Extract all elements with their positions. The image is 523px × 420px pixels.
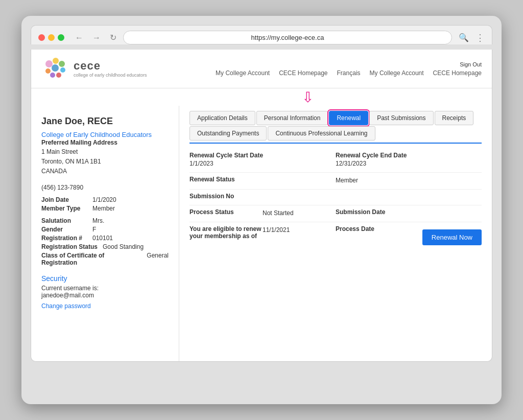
class-value: General [147,252,169,259]
registration-value: 010101 [92,235,113,242]
cece-text-logo: cece college of early childhood educator… [74,59,147,79]
submission-no-value-cell [336,193,482,200]
nav-my-college-account[interactable]: My College Account [216,69,270,77]
registration-label: Registration # [41,235,87,242]
sign-out-link[interactable]: Sign Out [460,61,482,67]
join-date-value: 1/1/2020 [92,196,116,203]
cycle-start-cell: Renewal Cycle Start Date 1/1/2023 [189,152,336,167]
eligible-label-cell: You are eligible to renew your membershi… [189,225,263,240]
address-label: Preferred Mailing Address [41,139,169,146]
process-status-value-cell: Not Started [263,208,336,217]
renewal-status-value: Member [336,177,482,184]
process-date-cell: Process Date [336,225,409,232]
member-type-label: Member Type [41,205,87,212]
sidebar: Jane Doe, RECE College of Early Childhoo… [31,106,179,361]
address-line3: CANADA [41,168,67,175]
url-text: https://my.college-ece.ca [251,34,324,41]
traffic-lights [38,34,64,41]
nav-my-college-account-2[interactable]: My College Account [370,69,424,77]
nav-francais[interactable]: Français [337,69,361,77]
nav-cece-homepage[interactable]: CECE Homepage [279,69,327,77]
cycle-start-value: 1/1/2023 [189,160,336,167]
svg-point-6 [45,68,51,74]
member-type-value: Member [92,205,115,212]
username-value: janedoe@mail.com [41,292,94,299]
tab-cpl[interactable]: Continuous Professional Learning [268,126,375,141]
cece-tagline: college of early childhood educators [74,73,147,79]
eligible-value-cell: 11/1/2021 [263,225,336,234]
main-layout: Jane Doe, RECE College of Early Childhoo… [31,106,492,361]
renewal-status-cell: Renewal Status [189,176,336,184]
svg-point-5 [50,73,55,78]
back-button[interactable]: ← [73,32,86,43]
security-text: Current username is: janedoe@mail.com [41,285,169,299]
tab-receipts[interactable]: Receipts [435,111,474,125]
reg-status-value: Good Standing [103,243,144,250]
submission-no-label: Submission No [189,193,336,200]
search-icon[interactable]: 🔍 [456,32,471,43]
address-bar[interactable]: https://my.college-ece.ca [123,31,452,44]
security-heading[interactable]: Security [41,274,169,283]
gender-value: F [92,226,96,233]
class-label: Class of Certificate of Registration [41,252,141,266]
content-area: Application Details Personal Information… [179,106,492,361]
svg-point-2 [59,61,65,67]
address-line1: 1 Main Street [41,148,78,155]
process-status-cell: Process Status [189,208,263,217]
renewal-now-button[interactable]: Renewal Now [422,229,482,245]
renewal-status-label: Renewal Status [189,176,336,183]
nav-links: My College Account CECE Homepage Françai… [216,69,482,77]
cycle-end-value: 12/31/2023 [336,160,482,167]
address-value: 1 Main Street Toronto, ON M1A 1B1 CANADA [41,147,169,177]
forward-button[interactable]: → [90,32,103,43]
svg-point-7 [52,64,59,72]
address-line2: Toronto, ON M1A 1B1 [41,158,101,165]
down-arrow-icon: ⇩ [302,90,314,105]
maximize-button[interactable] [58,34,64,41]
sign-out-row: Sign Out [460,61,482,67]
cycle-end-label: Renewal Cycle End Date [336,152,482,159]
nav-cece-homepage-2[interactable]: CECE Homepage [433,69,482,77]
cycle-start-label: Renewal Cycle Start Date [189,152,336,159]
salutation-value: Mrs. [92,217,104,224]
salutation-row: Salutation Mrs. Gender F Registration # … [41,217,169,266]
cece-name: cece [74,59,147,73]
process-status-label: Process Status [189,208,263,216]
arrow-indicator: ⇩ [31,88,492,106]
site-header: cece college of early childhood educator… [31,50,492,88]
salutation-label: Salutation [41,217,87,224]
header-nav: Sign Out My College Account CECE Homepag… [216,61,482,77]
college-link[interactable]: College of Early Childhood Educators [41,131,152,138]
join-date-label: Join Date [41,196,87,203]
join-date-row: Join Date 1/1/2020 [41,196,169,203]
cece-logo-icon [41,55,69,83]
submission-no-cell: Submission No [189,193,336,200]
svg-point-0 [45,60,53,67]
tabs-row-2: Outstanding Payments Continuous Professi… [189,126,482,144]
tab-past-submissions[interactable]: Past Submissions [369,111,433,125]
tabs-row-1: Application Details Personal Information… [189,111,482,125]
eligible-label: You are eligible to renew your membershi… [189,225,263,240]
tab-application-details[interactable]: Application Details [189,111,255,125]
address-section: Preferred Mailing Address 1 Main Street … [41,139,169,177]
more-options-button[interactable]: ⋮ [476,32,485,43]
minimize-button[interactable] [48,34,55,41]
cycle-end-cell: Renewal Cycle End Date 12/31/2023 [336,152,482,167]
svg-point-4 [56,73,61,78]
tab-outstanding-payments[interactable]: Outstanding Payments [189,126,267,141]
process-date-label: Process Date [336,225,409,232]
tab-renewal[interactable]: Renewal [329,111,368,125]
logo-area: cece college of early childhood educator… [41,55,147,83]
refresh-button[interactable]: ↻ [107,32,119,43]
change-password-link[interactable]: Change password [41,302,91,310]
reg-status-label: Registration Status [41,243,98,250]
tab-personal-information[interactable]: Personal Information [256,111,328,125]
renewal-now-cell: Renewal Now [409,225,482,245]
renewal-status-value-cell: Member [336,176,482,184]
svg-point-3 [60,67,65,73]
submission-date-cell: Submission Date [336,208,409,217]
submission-date-label: Submission Date [336,208,409,216]
renewal-content: Renewal Cycle Start Date 1/1/2023 Renewa… [189,144,482,250]
close-button[interactable] [38,34,45,41]
gender-label: Gender [41,226,87,233]
